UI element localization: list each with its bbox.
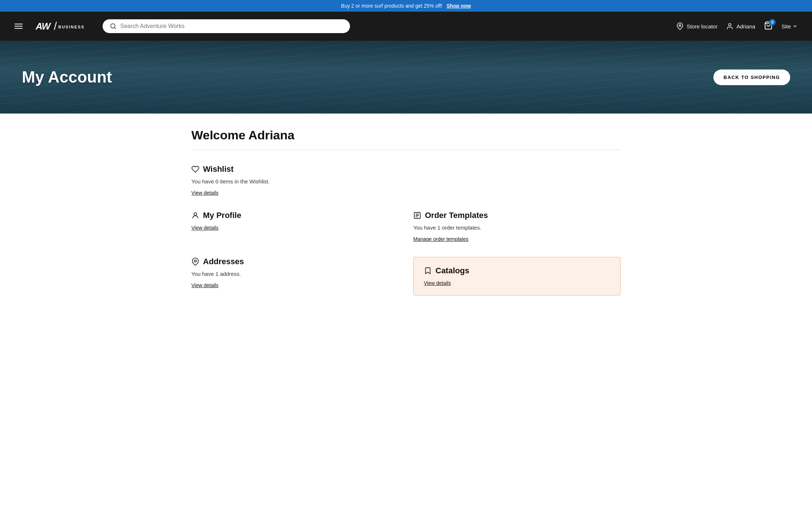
svg-point-3 xyxy=(729,24,731,26)
order-templates-section: Order Templates You have 1 order templat… xyxy=(413,211,621,242)
site-selector-button[interactable]: Site xyxy=(781,23,797,29)
promo-banner: Buy 2 or more surf products and get 25% … xyxy=(0,0,812,12)
addresses-title: Addresses xyxy=(203,257,244,266)
user-name-label: Adriana xyxy=(736,23,755,29)
user-account-button[interactable]: Adriana xyxy=(726,23,755,30)
wishlist-header: Wishlist xyxy=(191,164,621,174)
cart-count-badge: 0 xyxy=(769,19,776,25)
my-profile-header: My Profile xyxy=(191,211,399,220)
user-icon xyxy=(726,23,733,30)
main-content: Welcome Adriana Wishlist You have 0 item… xyxy=(170,114,642,310)
order-templates-manage-link[interactable]: Manage order templates xyxy=(413,236,469,242)
back-to-shopping-button[interactable]: BACK TO SHOPPING xyxy=(713,70,790,85)
site-label: Site xyxy=(781,23,791,29)
profile-icon xyxy=(191,211,199,219)
wishlist-view-details-link[interactable]: View details xyxy=(191,190,218,196)
search-bar xyxy=(103,19,350,33)
logo-business-text: BUSINESS xyxy=(58,25,84,29)
addresses-view-details-link[interactable]: View details xyxy=(191,282,218,288)
order-templates-title: Order Templates xyxy=(425,211,488,220)
hamburger-menu-icon[interactable] xyxy=(15,24,23,29)
order-templates-icon xyxy=(413,211,421,219)
chevron-down-icon xyxy=(792,24,797,29)
catalogs-title: Catalogs xyxy=(435,266,469,275)
catalogs-header: Catalogs xyxy=(424,266,610,275)
account-sections: Wishlist You have 0 items in the Wishlis… xyxy=(191,164,621,295)
my-profile-section: My Profile View details xyxy=(191,211,399,242)
order-templates-header: Order Templates xyxy=(413,211,621,220)
store-locator-label: Store locator xyxy=(686,23,717,29)
svg-line-1 xyxy=(115,27,116,28)
addresses-section: Addresses You have 1 address. View detai… xyxy=(191,257,399,295)
site-header: AW / BUSINESS Store locator Adriana 0 xyxy=(0,12,812,41)
my-profile-view-details-link[interactable]: View details xyxy=(191,225,218,231)
catalogs-icon xyxy=(424,267,432,275)
heart-icon xyxy=(191,165,199,173)
wishlist-section: Wishlist You have 0 items in the Wishlis… xyxy=(191,164,621,196)
logo-aw-text: AW xyxy=(36,21,50,32)
site-logo[interactable]: AW / BUSINESS xyxy=(36,20,84,32)
search-icon xyxy=(110,23,116,29)
hero-section: My Account BACK TO SHOPPING xyxy=(0,41,812,114)
svg-point-10 xyxy=(194,260,196,262)
logo-slash: / xyxy=(54,20,57,32)
wishlist-title: Wishlist xyxy=(203,164,234,174)
wishlist-description: You have 0 items in the Wishlist. xyxy=(191,178,621,184)
svg-point-2 xyxy=(679,25,681,27)
welcome-heading: Welcome Adriana xyxy=(191,128,621,142)
addresses-icon xyxy=(191,258,199,266)
catalogs-view-details-link[interactable]: View details xyxy=(424,280,451,286)
store-locator-button[interactable]: Store locator xyxy=(676,23,717,30)
svg-point-5 xyxy=(194,213,196,215)
addresses-header: Addresses xyxy=(191,257,399,266)
my-profile-title: My Profile xyxy=(203,211,241,220)
header-actions: Store locator Adriana 0 Site xyxy=(676,21,797,31)
page-footer xyxy=(0,310,812,332)
hero-title: My Account xyxy=(0,68,134,86)
catalogs-section: Catalogs View details xyxy=(413,257,621,295)
profile-orders-row: My Profile View details Order Templates … xyxy=(191,211,621,242)
location-pin-icon xyxy=(676,23,684,30)
promo-link[interactable]: Shop now xyxy=(447,3,471,9)
promo-text: Buy 2 or more surf products and get 25% … xyxy=(341,3,442,9)
content-divider xyxy=(191,150,621,150)
search-input[interactable] xyxy=(120,23,343,29)
cart-button[interactable]: 0 xyxy=(764,21,773,31)
addresses-catalogs-row: Addresses You have 1 address. View detai… xyxy=(191,257,621,295)
addresses-description: You have 1 address. xyxy=(191,271,399,277)
order-templates-description: You have 1 order templates. xyxy=(413,225,621,231)
